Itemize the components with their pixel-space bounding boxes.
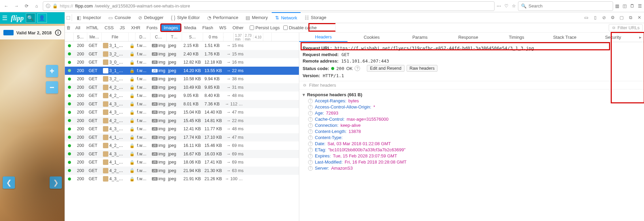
table-row[interactable]: 200GET3_2_…🔒f.w…JSimgjpeg10.58 KB9.94 KB… [65,75,299,83]
table-row[interactable]: 200GET4_1_…🔒f.w…JSimgjpeg18.06 KB17.41 K… [65,158,299,167]
filter-headers-input[interactable]: ⛭Filter headers [299,81,644,89]
star-icon[interactable]: ☆ [512,3,516,8]
table-body[interactable]: 200GET3_1_…🔒f.w…JSimgjpeg2.15 KB1.51 KB→… [65,41,299,221]
filter-ws[interactable]: WS [217,24,229,31]
table-row[interactable]: 200GET4_3_…🔒f.w…JSimgjpeg12.41 KB11.77 K… [65,125,299,133]
help-icon[interactable]: ? [308,160,313,165]
detail-tab-response[interactable]: Response [444,33,492,42]
site-search-icon[interactable]: 🔍 [26,13,35,23]
col-status[interactable]: S… [74,33,87,41]
pick-element-icon[interactable]: ⬚ [66,15,70,20]
tab-debugger[interactable]: ⊘Debugger [135,12,167,23]
detail-tab-headers[interactable]: Headers [299,33,347,42]
hamburger-icon[interactable]: ☰ [638,3,642,8]
site-profile-icon[interactable]: 👤 [37,13,47,23]
table-row[interactable]: 200GET3_2_…🔒f.w…JSimgjpeg2.40 KB1.76 KB→… [65,50,299,58]
table-row[interactable]: 200GET4_3_…🔒f.w…JSimgjpeg21.91 KB21.26 K… [65,175,299,183]
detail-collapse-icon[interactable]: ▸ [637,33,644,42]
dock-side-icon[interactable]: ▭ [583,14,590,21]
filter-html[interactable]: HTML [84,24,101,31]
info-icon[interactable]: ⓘ [46,3,50,9]
close-devtools-icon[interactable]: ✕ [636,14,643,21]
zoom-out-button[interactable]: − [46,81,58,94]
col-transferred[interactable]: S… [182,33,203,41]
dock-window-icon[interactable]: ▢ [618,14,625,21]
status-help-icon[interactable]: ? [355,66,360,71]
table-row[interactable]: 200GET4_3_…🔒f.w…JSimgjpeg15.04 KB14.40 K… [65,108,299,117]
table-row[interactable]: 200GET3_1_…🔒f.w…JSimgjpeg14.20 KB13.55 K… [65,67,299,75]
detail-tab-cookies[interactable]: Cookies [347,33,396,42]
settings-icon[interactable]: ⚙ [609,14,616,21]
forward-button[interactable]: → [12,2,20,10]
help-icon[interactable]: ? [308,129,313,134]
popout-icon[interactable]: ⧉ [627,14,634,21]
nohar-icon[interactable]: ⊘ [601,14,607,21]
detail-tab-timings[interactable]: Timings [493,33,541,42]
help-icon[interactable]: ? [308,135,313,140]
info-icon[interactable]: i [55,30,61,36]
filter-xhr[interactable]: XHR [128,24,143,31]
col-size[interactable]: 0 ms [203,33,223,41]
help-icon[interactable]: ? [308,148,313,152]
detail-tab-params[interactable]: Params [396,33,444,42]
col-cause[interactable]: C… [150,33,167,41]
filter-urls-input[interactable]: ⛭Filter URLs [609,24,643,31]
table-row[interactable]: 200GET4_3_…🔒f.w…JSimgjpeg16.67 KB16.03 K… [65,150,299,158]
table-row[interactable]: 200GET4_2_…🔒f.w…JSimgjpeg9.05 KB8.40 KB→… [65,91,299,100]
tab-performance[interactable]: ◔Performance [204,12,242,23]
col-waterfall[interactable]: 1.37 min 2.73 min 4.10 [223,33,272,41]
sidebar-icon[interactable]: ◫ [623,3,627,8]
tab-storage[interactable]: ☷Storage [301,12,330,23]
help-icon[interactable]: ? [308,117,313,122]
filter-flash[interactable]: Flash [200,24,216,31]
table-row[interactable]: 200GET4_2_…🔒f.w…JSimgjpeg16.11 KB15.46 K… [65,141,299,150]
dock-bottom-icon[interactable]: ▯ [592,14,598,21]
response-headers-section[interactable]: ▾Response headers (661 B) [303,92,641,97]
help-icon[interactable]: ? [308,123,313,128]
help-icon[interactable]: ? [308,154,313,158]
table-row[interactable]: 200GET4_1_…🔒f.w…JSimgjpeg17.74 KB17.10 K… [65,133,299,142]
detail-tab-security[interactable]: Security [589,33,637,42]
page-next-button[interactable]: ❯ [50,176,62,189]
disable-cache-checkbox[interactable] [283,26,288,30]
table-row[interactable]: 200GET4_3_…🔒f.w…JSimgjpeg8.01 KB7.36 KB→… [65,100,299,108]
search-box[interactable]: 🔍 [518,1,613,11]
search-input[interactable] [529,3,610,8]
edit-resend-button[interactable]: Edit and Resend [367,65,404,72]
filter-fonts[interactable]: Fonts [144,24,160,31]
filter-other[interactable]: Other [230,24,247,31]
clear-requests-icon[interactable]: 🗑 [66,25,71,30]
filter-media[interactable]: Media [181,24,199,31]
detail-tab-stacktrace[interactable]: Stack Trace [541,33,589,42]
table-row[interactable]: 200GET3_1_…🔒f.w…JSimgjpeg2.15 KB1.51 KB→… [65,41,299,50]
col-domain[interactable]: D… [136,33,150,41]
table-row[interactable]: 200GET4_2_…🔒f.w…JSimgjpeg10.49 KB9.85 KB… [65,83,299,92]
help-icon[interactable]: ? [308,99,313,103]
col-type[interactable]: T… [167,33,182,41]
persist-logs-checkbox[interactable] [250,26,254,30]
home-button[interactable]: ⌂ [33,2,41,10]
raw-headers-button[interactable]: Raw headers [407,65,438,72]
clipboard-icon[interactable]: 🗒 [630,3,634,8]
reload-button[interactable]: ⟳ [22,2,31,10]
disable-cache[interactable]: Disable cache [283,25,317,30]
site-logo[interactable]: flipp [11,14,24,22]
help-icon[interactable]: ? [308,166,313,171]
site-menu-icon[interactable]: ☰ [2,14,9,22]
help-icon[interactable]: ? [308,105,313,109]
table-row[interactable]: 200GET4_2_…🔒f.w…JSimgjpeg21.94 KB21.30 K… [65,167,299,175]
shield-icon[interactable]: ♡ [504,3,508,8]
persist-logs[interactable]: Persist Logs [250,25,280,30]
table-row[interactable]: 200GET4_2_…🔒f.w…JSimgjpeg15.45 KB14.81 K… [65,117,299,125]
ellipsis-icon[interactable]: ⋯ [497,3,501,8]
filter-all[interactable]: All [73,24,83,31]
filter-js[interactable]: JS [117,24,128,31]
tab-styleeditor[interactable]: { }Style Editor [167,12,203,23]
filter-images[interactable]: Images [161,24,181,31]
filter-css[interactable]: CSS [102,24,117,31]
col-file[interactable]: File [102,33,129,41]
back-button[interactable]: ← [2,2,10,10]
library-icon[interactable]: ▥ [615,3,619,8]
help-icon[interactable]: ? [308,141,313,146]
tab-memory[interactable]: ▤Memory [242,12,271,23]
